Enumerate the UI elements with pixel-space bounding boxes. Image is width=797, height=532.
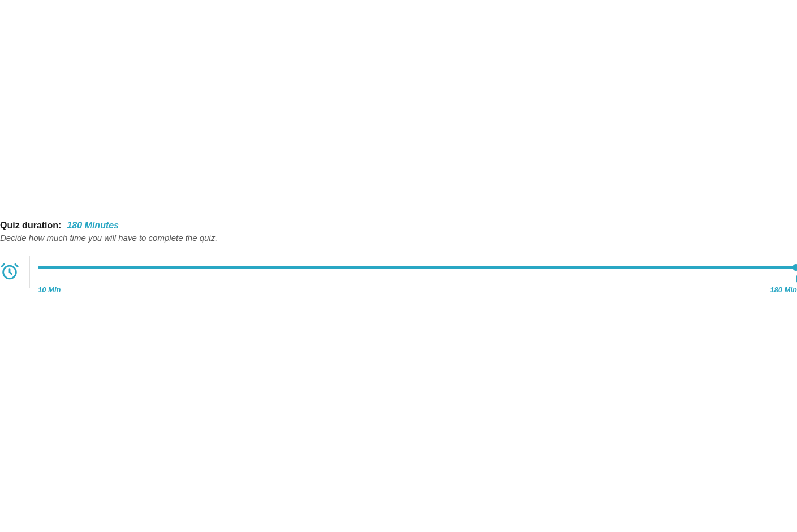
duration-slider[interactable]: [38, 264, 797, 271]
slider-track-fill: [38, 266, 797, 269]
duration-slider-row: 10 Min 180 Min: [0, 262, 797, 294]
slider-labels: 10 Min 180 Min: [38, 286, 797, 294]
slider-thumb[interactable]: [792, 264, 797, 271]
slider-min-label: 10 Min: [38, 286, 61, 294]
slider-max-label: 180 Min: [770, 286, 797, 294]
duration-description: Decide how much time you will have to co…: [0, 233, 797, 243]
duration-label: Quiz duration:: [0, 220, 61, 231]
duration-header: Quiz duration: 180 Minutes: [0, 220, 797, 231]
quiz-duration-section: Quiz duration: 180 Minutes Decide how mu…: [0, 220, 797, 294]
clock-icon-box: [0, 262, 29, 281]
duration-value: 180 Minutes: [67, 220, 119, 231]
duration-slider-container: 10 Min 180 Min: [30, 262, 797, 294]
alarm-clock-icon: [0, 262, 19, 281]
